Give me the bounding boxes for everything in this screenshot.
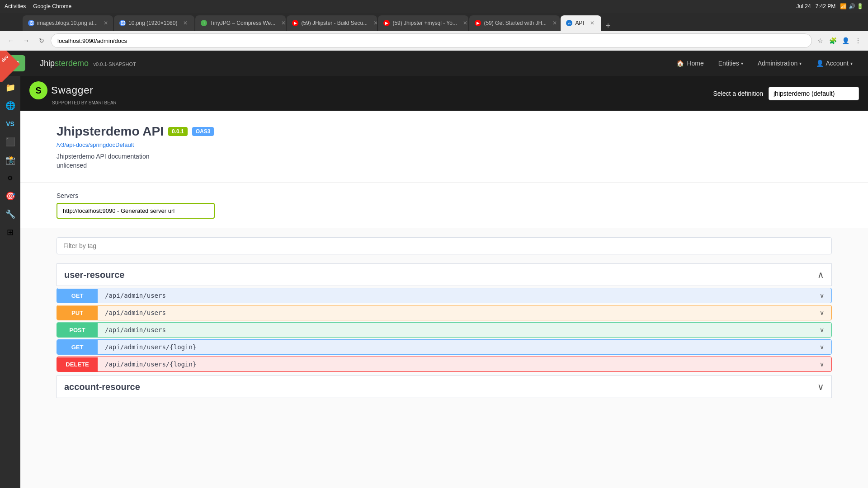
tab-jhipster3[interactable]: ▶ (59) Get Started with JH... ✕ <box>469 15 560 31</box>
account-caret-icon: ▾ <box>850 61 853 66</box>
endpoint-chevron-get-users: ∨ <box>812 288 831 303</box>
tab-images[interactable]: 🖼 images.blogs.10.png at... ✕ <box>23 15 113 31</box>
forward-button[interactable]: → <box>20 34 33 47</box>
account-resource-header[interactable]: account-resource ∨ <box>57 375 832 398</box>
tab-close-jhipster2[interactable]: ✕ <box>462 19 469 27</box>
filter-section <box>20 228 868 263</box>
endpoint-row-post-users[interactable]: POST /api/admin/users ∨ <box>57 322 832 338</box>
sidebar-icon-misc2[interactable]: 🔧 <box>2 206 19 222</box>
os-bar-right: Jul 24 7:42 PM 📶 🔊 🔋 <box>797 3 863 9</box>
home-icon: 🏠 <box>676 60 684 67</box>
activities-label[interactable]: Activities <box>5 3 26 9</box>
endpoint-path-put-users: /api/admin/users <box>98 305 812 320</box>
servers-section: Servers http://localhost:9090 - Generate… <box>20 183 868 228</box>
tab-close-png[interactable]: ✕ <box>182 19 189 27</box>
tab-jhipster2[interactable]: ▶ (59) Jhipster +mysql - Yo... ✕ <box>378 15 468 31</box>
swagger-logo-text: Swagger <box>51 84 94 96</box>
method-badge-get-users-login: GET <box>57 340 98 354</box>
method-badge-delete-users-login: DELETE <box>57 357 98 371</box>
user-resource-header[interactable]: user-resource ∧ <box>57 263 832 286</box>
sidebar-icon-settings[interactable]: ⚙ <box>2 170 19 186</box>
sidebar-icon-camera[interactable]: 📸 <box>2 152 19 168</box>
tab-close-images[interactable]: ✕ <box>102 19 109 27</box>
tab-bar: 🖼 images.blogs.10.png at... ✕ 🖼 10.png (… <box>0 13 868 31</box>
dev-badge-label: dev <box>0 54 9 63</box>
profile-icon[interactable]: 👤 <box>840 35 851 46</box>
api-oas-badge: OAS3 <box>192 127 214 136</box>
endpoint-row-get-users-login[interactable]: GET /api/admin/users/{login} ∨ <box>57 339 832 355</box>
nav-administration-label: Administration <box>758 60 798 67</box>
endpoint-row-put-users[interactable]: PUT /api/admin/users ∨ <box>57 305 832 320</box>
tab-label-jhipster2: (59) Jhipster +mysql - Yo... <box>392 20 457 26</box>
sidebar-icon-grid[interactable]: ⊞ <box>2 224 19 240</box>
endpoint-path-post-users: /api/admin/users <box>98 323 812 337</box>
bookmark-icon[interactable]: ☆ <box>815 35 826 46</box>
nav-entities[interactable]: Entities ▾ <box>712 56 750 70</box>
menu-icon[interactable]: ⋮ <box>853 35 863 46</box>
sidebar-icon-browser[interactable]: 🌐 <box>2 98 19 114</box>
new-tab-button[interactable]: + <box>602 21 614 31</box>
endpoint-path-get-users-login: /api/admin/users/{login} <box>98 340 812 354</box>
nav-home[interactable]: 🏠 Home <box>670 56 710 70</box>
tab-png[interactable]: 🖼 10.png (868×488) ✕ <box>114 15 194 31</box>
filter-tag-input[interactable] <box>57 237 832 254</box>
servers-label: Servers <box>57 192 832 199</box>
swagger-logo-main: S Swagger <box>29 81 117 99</box>
endpoint-chevron-put-users: ∨ <box>812 305 831 320</box>
endpoint-get-users-login: GET /api/admin/users/{login} ∨ <box>57 339 832 355</box>
extensions-icon[interactable]: 🧩 <box>827 35 838 46</box>
back-button[interactable]: ← <box>5 34 17 47</box>
swagger-logo-sub: SUPPORTED BY SMARTBEAR <box>29 100 117 105</box>
os-bar-left: Activities Google Chrome <box>5 3 71 9</box>
tab-label-jhipster3: (59) Get Started with JH... <box>484 20 547 26</box>
app-name-label: Google Chrome <box>33 3 71 9</box>
sidebar-icon-terminal[interactable]: ⬛ <box>2 134 19 150</box>
reload-button[interactable]: ↻ <box>35 34 48 47</box>
api-link[interactable]: /v3/api-docs/springdocDefault <box>57 141 832 148</box>
app: dev J Jhipsterdemo v0.0.1-SNAPSHOT 🏠 Hom… <box>0 51 868 488</box>
sidebar-icon-misc1[interactable]: 🎯 <box>2 188 19 204</box>
endpoint-path-get-users: /api/admin/users <box>98 288 812 303</box>
swagger-header: S Swagger SUPPORTED BY SMARTBEAR Select … <box>20 76 868 111</box>
browser-chrome: 🖼 images.blogs.10.png at... ✕ 🖼 10.png (… <box>0 13 868 51</box>
tab-label-png: 10.png (868×488) <box>128 20 177 26</box>
tab-tinyjpg[interactable]: T TinyJPG – Compress We... ✕ <box>195 15 286 31</box>
sidebar-icons: 📁 🌐 VS ⬛ 📸 ⚙ 🎯 🔧 ⊞ <box>0 76 20 488</box>
svg-text:J: J <box>15 60 19 67</box>
address-bar[interactable]: localhost:9090/admin/docs <box>51 33 812 48</box>
tab-close-tinyjpg[interactable]: ✕ <box>280 19 286 27</box>
sidebar-icon-code[interactable]: VS <box>2 116 19 132</box>
method-badge-post-users: POST <box>57 323 98 337</box>
os-bar: Activities Google Chrome Jul 24 7:42 PM … <box>0 0 868 13</box>
endpoint-chevron-post-users: ∨ <box>812 323 831 337</box>
endpoint-path-delete-users-login: /api/admin/users/{login} <box>98 357 812 371</box>
endpoint-row-delete-users-login[interactable]: DELETE /api/admin/users/{login} ∨ <box>57 357 832 372</box>
sidebar-icon-files[interactable]: 📁 <box>2 80 19 96</box>
api-title: Jhipsterdemo API 0.0.1 OAS3 <box>57 124 832 139</box>
nav-account[interactable]: 👤 Account ▾ <box>810 56 859 70</box>
brand-name: Jhipsterdemo v0.0.1-SNAPSHOT <box>40 59 136 68</box>
tab-icon-api: A <box>566 20 572 26</box>
swagger-definition-select[interactable]: jhipsterdemo (default) <box>769 87 859 100</box>
server-url-select[interactable]: http://localhost:9090 - Generated server… <box>57 203 215 219</box>
endpoint-row-get-users[interactable]: GET /api/admin/users ∨ <box>57 288 832 303</box>
nav-account-label: Account <box>826 60 849 67</box>
tab-close-api[interactable]: ✕ <box>589 19 596 27</box>
swagger-container: S Swagger SUPPORTED BY SMARTBEAR Select … <box>20 76 868 488</box>
entities-caret-icon: ▾ <box>741 61 743 66</box>
swagger-select-label: Select a definition <box>713 90 763 97</box>
main-content: 📁 🌐 VS ⬛ 📸 ⚙ 🎯 🔧 ⊞ S Swagger SUPPORTED B… <box>0 76 868 488</box>
user-resource-section: user-resource ∧ GET /api/admin/users ∨ P… <box>57 263 832 372</box>
endpoint-post-users: POST /api/admin/users ∨ <box>57 322 832 338</box>
nav-administration[interactable]: Administration ▾ <box>751 56 808 70</box>
account-resource-title: account-resource <box>64 382 140 392</box>
tab-icon-jhipster2: ▶ <box>383 20 390 26</box>
tab-close-jhipster1[interactable]: ✕ <box>372 19 377 27</box>
nav-home-label: Home <box>687 60 703 67</box>
method-badge-get-users: GET <box>57 289 98 303</box>
tab-api[interactable]: A API ✕ <box>561 15 601 31</box>
tab-jhipster1[interactable]: ▶ (59) JHipster - Build Secu... ✕ <box>287 15 377 31</box>
tab-icon-png: 🖼 <box>119 20 126 26</box>
user-resource-title: user-resource <box>64 270 124 280</box>
tab-close-jhipster3[interactable]: ✕ <box>551 19 558 27</box>
